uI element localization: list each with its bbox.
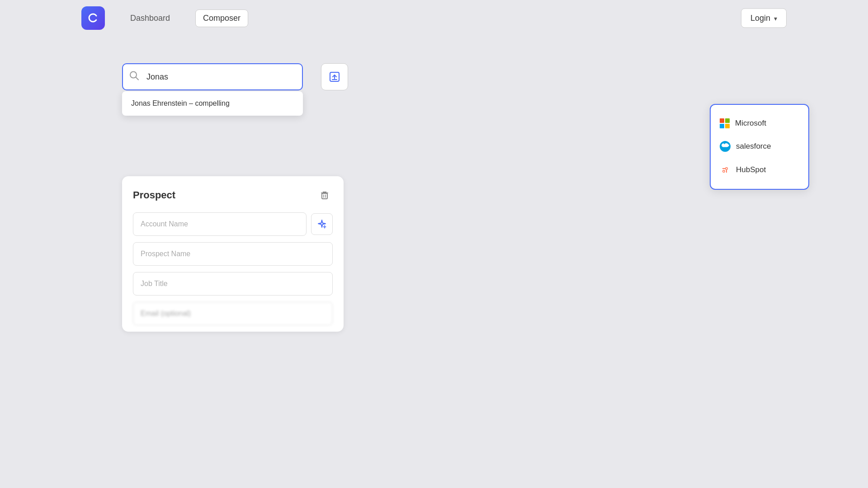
login-button[interactable]: Login ▾	[741, 9, 787, 28]
autocomplete-item[interactable]: Jonas Ehrenstein – compelling	[122, 93, 303, 114]
microsoft-label: Microsoft	[735, 119, 766, 128]
job-title-row	[133, 272, 333, 296]
prospect-card: Prospect	[122, 176, 344, 332]
navbar: Dashboard Composer Login ▾	[0, 0, 868, 36]
svg-point-5	[723, 171, 725, 172]
search-icon	[129, 71, 139, 83]
login-dropdown: Microsoft salesforce HubSpot	[710, 104, 809, 190]
magic-button[interactable]	[311, 213, 333, 235]
upload-button[interactable]	[321, 63, 348, 90]
email-row	[133, 302, 333, 325]
salesforce-icon	[720, 141, 731, 152]
svg-line-7	[136, 77, 139, 80]
nav-composer[interactable]: Composer	[195, 9, 248, 27]
account-name-input[interactable]	[133, 212, 307, 236]
card-title: Prospect	[133, 189, 175, 201]
prospect-name-input[interactable]	[133, 242, 333, 266]
autocomplete-dropdown: Jonas Ehrenstein – compelling	[122, 91, 303, 116]
job-title-input[interactable]	[133, 272, 333, 296]
svg-rect-11	[322, 193, 327, 199]
logo	[81, 6, 105, 30]
email-input[interactable]	[133, 302, 333, 325]
hubspot-label: HubSpot	[736, 165, 766, 174]
login-salesforce[interactable]: salesforce	[711, 135, 808, 158]
svg-point-1	[726, 168, 727, 169]
search-container: Jonas Ehrenstein – compelling	[122, 63, 348, 90]
salesforce-label: salesforce	[736, 142, 771, 151]
microsoft-icon	[720, 118, 730, 128]
prospect-name-row	[133, 242, 333, 266]
account-name-row	[133, 212, 333, 236]
search-area: Jonas Ehrenstein – compelling	[122, 63, 348, 90]
search-input[interactable]	[122, 63, 303, 90]
search-wrapper: Jonas Ehrenstein – compelling	[122, 63, 316, 90]
delete-button[interactable]	[316, 187, 333, 203]
chevron-down-icon: ▾	[774, 14, 777, 22]
login-hubspot[interactable]: HubSpot	[711, 158, 808, 182]
login-microsoft[interactable]: Microsoft	[711, 112, 808, 135]
hubspot-icon	[720, 164, 731, 175]
logo-icon	[81, 6, 105, 30]
card-header: Prospect	[133, 187, 333, 203]
nav-dashboard[interactable]: Dashboard	[123, 10, 177, 27]
